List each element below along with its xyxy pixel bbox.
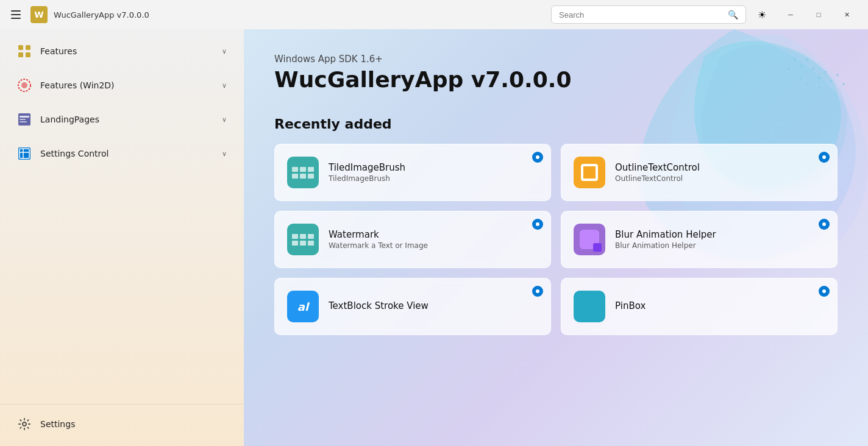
search-icon: 🔍 — [728, 10, 738, 19]
sidebar: Features ∨ Features (Win2D) ∨ — [0, 29, 244, 446]
recently-added-title: Recently added — [274, 116, 838, 132]
card-tiled-image-brush[interactable]: TiledImageBrush TiledImageBrush — [274, 144, 551, 201]
card-info: TiledImageBrush TiledImageBrush — [329, 162, 538, 183]
theme-toggle-button[interactable]: ☀ — [752, 5, 772, 24]
sidebar-item-features[interactable]: Features ∨ — [5, 35, 239, 67]
main-layout: Features ∨ Features (Win2D) ∨ — [0, 29, 868, 446]
card-info: Watermark Watermark a Text or Image — [329, 229, 538, 250]
card-blur-animation-helper[interactable]: Blur Animation Helper Blur Animation Hel… — [561, 211, 838, 268]
hamburger-menu-button[interactable] — [7, 7, 24, 23]
chevron-down-icon: ∨ — [222, 48, 227, 55]
card-textblock-stroke-view[interactable]: al TextBlock Stroke View — [274, 278, 551, 335]
card-title: Blur Animation Helper — [615, 229, 825, 240]
card-title: TiledImageBrush — [329, 162, 538, 173]
content-area: Windows App SDK 1.6+ WucGalleryApp v7.0.… — [244, 29, 868, 446]
sidebar-item-settings-control[interactable]: Settings Control ∨ — [5, 138, 239, 169]
titlebar: W WucGalleryApp v7.0.0.0 🔍 ☀ ─ □ ✕ — [0, 0, 868, 29]
app-logo: W — [30, 6, 48, 23]
card-info: OutlineTextControl OutlineTextControl — [615, 162, 825, 183]
svg-rect-1 — [26, 45, 30, 50]
chevron-down-icon: ∨ — [222, 150, 227, 158]
close-button[interactable]: ✕ — [833, 5, 861, 24]
sidebar-bottom: Settings — [0, 404, 244, 441]
svg-rect-8 — [20, 119, 26, 120]
svg-point-14 — [23, 422, 26, 426]
sidebar-item-settings[interactable]: Settings — [5, 408, 239, 440]
svg-rect-3 — [26, 52, 30, 57]
card-subtitle: TiledImageBrush — [329, 174, 538, 183]
blur-animation-helper-icon — [574, 224, 605, 255]
chevron-down-icon: ∨ — [222, 82, 227, 90]
sidebar-item-features-win2d-label: Features (Win2D) — [40, 80, 213, 90]
minimize-button[interactable]: ─ — [777, 5, 805, 24]
app-headline: WucGalleryApp v7.0.0.0 — [274, 67, 838, 92]
card-subtitle: Blur Animation Helper — [615, 241, 825, 250]
svg-rect-9 — [20, 121, 27, 122]
sidebar-item-landing-pages[interactable]: LandingPages ∨ — [5, 104, 239, 135]
card-title: OutlineTextControl — [615, 162, 825, 173]
card-watermark[interactable]: Watermark Watermark a Text or Image — [274, 211, 551, 268]
sidebar-item-features-label: Features — [40, 46, 213, 56]
svg-rect-7 — [20, 116, 29, 118]
maximize-button[interactable]: □ — [805, 5, 833, 24]
settings-icon — [17, 417, 32, 431]
card-info: TextBlock Stroke View — [329, 300, 538, 313]
tiled-image-brush-icon — [287, 157, 319, 188]
card-badge — [532, 286, 543, 297]
card-badge — [532, 152, 543, 163]
titlebar-right: ☀ ─ □ ✕ — [752, 5, 861, 24]
settings-control-icon — [17, 146, 32, 161]
features-icon — [17, 44, 32, 58]
card-badge — [819, 286, 830, 297]
card-subtitle: OutlineTextControl — [615, 174, 825, 183]
outline-text-control-icon — [574, 157, 605, 188]
card-badge — [532, 219, 543, 230]
chevron-down-icon: ∨ — [222, 116, 227, 124]
card-outline-text-control[interactable]: OutlineTextControl OutlineTextControl — [561, 144, 838, 201]
svg-rect-0 — [18, 45, 23, 50]
svg-point-24 — [842, 83, 845, 85]
sdk-version-text: Windows App SDK 1.6+ — [274, 54, 838, 65]
titlebar-left: W WucGalleryApp v7.0.0.0 — [7, 6, 545, 23]
card-title: TextBlock Stroke View — [329, 300, 538, 311]
textblock-stroke-view-icon: al — [287, 291, 319, 322]
card-badge — [819, 219, 830, 230]
card-title: PinBox — [615, 300, 825, 311]
card-title: Watermark — [329, 229, 538, 240]
pinbox-icon: 👁 — [574, 291, 605, 322]
card-info: PinBox — [615, 300, 825, 313]
card-subtitle: Watermark a Text or Image — [329, 241, 538, 250]
sidebar-item-settings-label: Settings — [40, 419, 227, 429]
cards-grid: TiledImageBrush TiledImageBrush OutlineT… — [274, 144, 838, 335]
card-badge — [819, 152, 830, 163]
search-bar[interactable]: 🔍 — [551, 5, 746, 24]
sidebar-item-features-win2d[interactable]: Features (Win2D) ∨ — [5, 69, 239, 101]
card-pinbox[interactable]: 👁 PinBox — [561, 278, 838, 335]
landing-pages-icon — [17, 112, 32, 127]
svg-rect-10 — [18, 147, 30, 160]
svg-rect-2 — [18, 52, 23, 57]
features-win2d-icon — [17, 78, 32, 93]
svg-point-5 — [21, 82, 27, 88]
app-title: WucGalleryApp v7.0.0.0 — [54, 10, 149, 19]
card-info: Blur Animation Helper Blur Animation Hel… — [615, 229, 825, 250]
sidebar-item-landing-pages-label: LandingPages — [40, 115, 213, 124]
search-input[interactable] — [559, 10, 723, 19]
watermark-icon — [287, 224, 319, 255]
window-controls: ─ □ ✕ — [777, 5, 861, 24]
sidebar-item-settings-control-label: Settings Control — [40, 149, 213, 158]
hero-section: Windows App SDK 1.6+ WucGalleryApp v7.0.… — [274, 54, 838, 92]
